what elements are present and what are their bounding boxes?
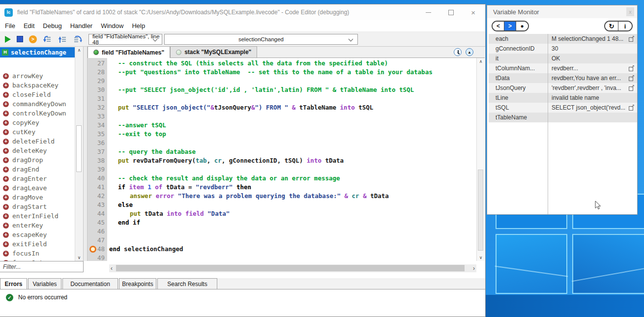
editor-tab[interactable]: field "FldTableNames": [88, 46, 170, 58]
run-icon[interactable]: [5, 36, 11, 43]
line-number[interactable]: 45: [88, 218, 107, 227]
variable-row[interactable]: tJsonQuery'revdberr',revdberr , 'inva...: [489, 83, 637, 93]
scrollbar-thumb[interactable]: [76, 125, 82, 172]
code-line[interactable]: 46: [88, 227, 476, 236]
maximize-icon[interactable]: [448, 10, 454, 15]
bottom-tab-documentation[interactable]: Documentation: [62, 278, 118, 289]
sidebar-selected-handler[interactable]: H selectionChange: [0, 47, 75, 58]
scrollbar-thumb[interactable]: [478, 170, 483, 251]
handler-item-focusIn[interactable]: +focusIn: [0, 249, 75, 258]
add-handler-icon[interactable]: +: [3, 167, 9, 173]
add-handler-icon[interactable]: +: [3, 232, 9, 238]
add-handler-icon[interactable]: +: [3, 148, 9, 154]
handler-item-deleteField[interactable]: +deleteField: [0, 137, 75, 146]
handler-item-dragStart[interactable]: +dragStart: [0, 202, 75, 211]
handler-item-controlKeyDown[interactable]: +controlKeyDown: [0, 109, 75, 118]
collapse-icon[interactable]: ▲: [466, 48, 473, 56]
line-number[interactable]: 38: [88, 156, 107, 165]
add-handler-icon[interactable]: +: [3, 195, 9, 201]
code-line[interactable]: 45end if: [88, 218, 476, 227]
code-line[interactable]: 44put tData into field "Data": [88, 209, 476, 218]
history-clock-icon[interactable]: [454, 48, 462, 56]
external-link-icon[interactable]: [629, 36, 634, 42]
code-line[interactable]: 28--put "questions" into tTableName -- s…: [88, 68, 476, 77]
bottom-tab-errors[interactable]: Errors: [0, 278, 27, 289]
scroll-right-icon[interactable]: ›: [473, 265, 475, 272]
stop-icon[interactable]: [17, 36, 23, 42]
title-bar[interactable]: lc field "FldTableNames" of card id 1002…: [0, 4, 485, 20]
line-number[interactable]: 37: [88, 147, 107, 156]
add-handler-icon[interactable]: +: [3, 223, 9, 229]
code-line[interactable]: 47: [88, 236, 476, 245]
code-line[interactable]: 42answer error "There was a problem quer…: [88, 192, 476, 201]
line-number[interactable]: 27: [88, 59, 107, 68]
code-line[interactable]: 33: [88, 112, 476, 121]
variable-row[interactable]: eachM selectionChanged 1 48...: [489, 34, 637, 44]
variable-row[interactable]: tTableName: [489, 113, 637, 122]
add-handler-icon[interactable]: +: [3, 101, 9, 107]
step-forward-button[interactable]: >: [504, 22, 516, 30]
variable-row[interactable]: itOK: [489, 54, 637, 63]
add-handler-icon[interactable]: +: [3, 157, 9, 163]
handler-item-exitField[interactable]: +exitField: [0, 239, 75, 249]
info-icon[interactable]: i: [618, 22, 632, 30]
line-number[interactable]: 29: [88, 77, 107, 86]
menu-handler[interactable]: Handler: [70, 22, 93, 29]
variable-row[interactable]: tDatarevdberr,You have an err...: [489, 73, 637, 83]
pane-splitter[interactable]: [83, 47, 88, 261]
menu-file[interactable]: File: [5, 22, 15, 29]
scrollbar-thumb[interactable]: [116, 265, 465, 271]
filter-input[interactable]: [0, 261, 84, 272]
handler-item-dragLeave[interactable]: +dragLeave: [0, 183, 75, 193]
bottom-tab-breakpoints[interactable]: Breakpoints: [119, 278, 156, 289]
bottom-tab-search-results[interactable]: Search Results: [157, 278, 217, 289]
code-line[interactable]: 37-- query the database: [88, 147, 476, 156]
line-number[interactable]: 34: [88, 121, 107, 130]
line-number[interactable]: 33: [88, 112, 107, 121]
variable-row[interactable]: tColumnNam...revdberr...: [489, 63, 637, 73]
handler-item-dragDrop[interactable]: +dragDrop: [0, 155, 75, 165]
code-line[interactable]: 41if item 1 of tData = "revdberr" then: [88, 183, 476, 192]
handler-item-copyKey[interactable]: +copyKey: [0, 118, 75, 127]
code-line[interactable]: 43else: [88, 201, 476, 209]
line-number[interactable]: 36: [88, 139, 107, 147]
execution-context-dropdown[interactable]: field "FldTableNames", line 48: [88, 34, 162, 45]
bottom-tab-variables[interactable]: Variables: [28, 278, 61, 289]
record-button[interactable]: ●: [516, 22, 528, 30]
handler-item-dragEnter[interactable]: +dragEnter: [0, 174, 75, 183]
step-into-icon[interactable]: [43, 35, 52, 43]
handler-item-escapeKey[interactable]: +escapeKey: [0, 230, 75, 239]
add-handler-icon[interactable]: +: [3, 120, 9, 126]
code-line[interactable]: 30--put "SELECT json_object('id',id , 'l…: [88, 86, 476, 94]
line-number[interactable]: 43: [88, 201, 107, 209]
handler-item-closeField[interactable]: +closeField: [0, 90, 75, 99]
add-handler-icon[interactable]: +: [3, 213, 9, 219]
code-line[interactable]: 29: [88, 77, 476, 86]
step-out-icon[interactable]: [58, 35, 67, 43]
code-line[interactable]: 32put "SELECT json_object("&tJsonQuery&"…: [88, 103, 476, 112]
line-number[interactable]: 32: [88, 103, 107, 112]
variable-row[interactable]: tLineinvalid table name: [489, 93, 637, 103]
line-number[interactable]: 42: [88, 192, 107, 201]
add-handler-icon[interactable]: +: [3, 241, 9, 247]
code-line[interactable]: 35--exit to top: [88, 130, 476, 139]
handler-item-dragEnd[interactable]: +dragEnd: [0, 165, 75, 174]
add-handler-icon[interactable]: +: [3, 176, 9, 182]
menu-debug[interactable]: Debug: [43, 22, 61, 29]
line-number[interactable]: 44: [88, 209, 107, 218]
external-link-icon[interactable]: [629, 86, 634, 91]
code-line[interactable]: 27-- construct the SQL (this selects all…: [88, 59, 476, 68]
code-line[interactable]: 49: [88, 254, 476, 261]
handler-item-enterInField[interactable]: +enterInField: [0, 211, 75, 221]
handler-item-enterKey[interactable]: +enterKey: [0, 221, 75, 230]
code-line[interactable]: 38put revDataFromQuery(tab, cr, gConnect…: [88, 156, 476, 165]
menu-window[interactable]: Window: [101, 22, 123, 29]
line-number[interactable]: 31: [88, 94, 107, 103]
add-handler-icon[interactable]: +: [3, 73, 9, 79]
code-area[interactable]: 27-- construct the SQL (this selects all…: [88, 58, 476, 261]
handler-item-backspaceKey[interactable]: +backspaceKey: [0, 81, 75, 90]
code-line[interactable]: 39: [88, 165, 476, 174]
scroll-up-icon[interactable]: ∧: [75, 48, 83, 53]
line-number[interactable]: 39: [88, 165, 107, 174]
editor-horizontal-scrollbar[interactable]: ‹ ›: [109, 264, 476, 272]
